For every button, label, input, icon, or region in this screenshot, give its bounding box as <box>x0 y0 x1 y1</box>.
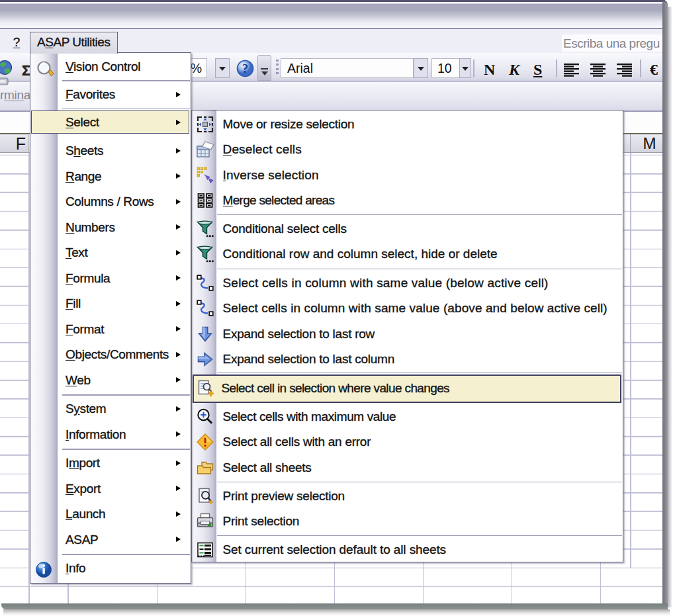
svg-text:?: ? <box>242 62 249 75</box>
